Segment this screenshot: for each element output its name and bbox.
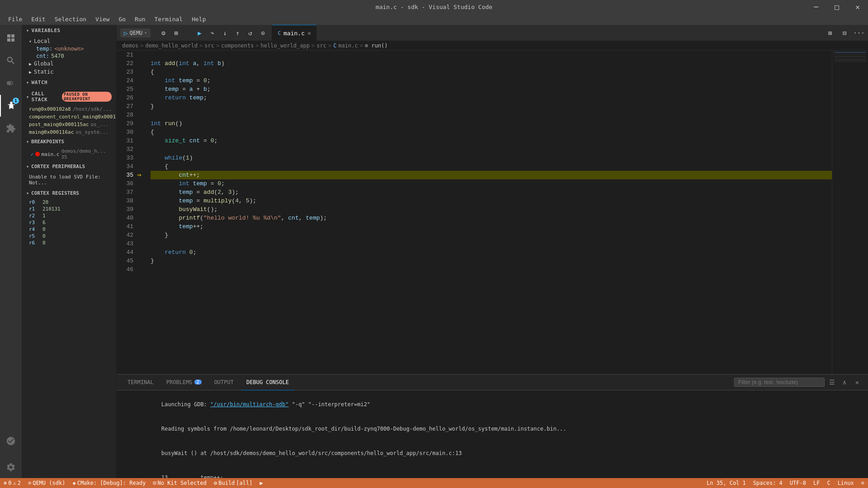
status-cmake[interactable]: ◈ CMake: [Debug]: Ready (69, 478, 149, 488)
watch-header[interactable]: ▾ WATCH (22, 77, 116, 88)
bc-demos[interactable]: demos (122, 42, 138, 49)
bc-src2[interactable]: src (316, 42, 326, 49)
menu-help[interactable]: Help (188, 15, 209, 23)
breakpoint-item[interactable]: ✓ main.c demos/demo_h... 35 (22, 147, 116, 161)
static-header[interactable]: ▶ Static (22, 68, 116, 76)
layout-icon[interactable]: ⊞ (825, 28, 835, 38)
debug-step-over[interactable]: ↷ (207, 28, 217, 38)
more-actions-icon[interactable]: ··· (854, 28, 864, 38)
debug-settings[interactable]: ⚙ (158, 28, 169, 38)
tab-output[interactable]: OUTPUT (209, 375, 239, 390)
status-qemu[interactable]: ⊙ QEMU (sdk) (24, 478, 69, 488)
menu-view[interactable]: View (92, 15, 113, 23)
reg-r5[interactable]: r50 (22, 233, 116, 239)
reg-r1[interactable]: r1210131 (22, 206, 116, 212)
menu-file[interactable]: File (5, 15, 26, 23)
menu-terminal[interactable]: Terminal (151, 15, 187, 23)
maximize-button[interactable]: □ (826, 0, 847, 14)
bp-chevron: ▾ (26, 139, 29, 144)
split-editor-icon[interactable]: ⊟ (839, 28, 850, 38)
menu-run[interactable]: Run (131, 15, 149, 23)
tab-mainc[interactable]: C main.c ✕ (272, 25, 316, 41)
qemu-selector[interactable]: ▷ QEMU ▾ (120, 28, 151, 38)
activity-search[interactable] (0, 50, 22, 71)
callstack-item-3[interactable]: main@0x000116ac os_syste... (22, 128, 116, 136)
call-stack-header[interactable]: ▾ CALL STACK PAUSED ON BREAKPOINT (22, 88, 116, 105)
bc-c-icon[interactable]: C (333, 42, 336, 49)
bc-mainc[interactable]: main.c (338, 42, 358, 49)
cortex-peripherals-header[interactable]: ▾ CORTEX PERIPHERALS (22, 161, 116, 172)
status-spaces[interactable]: Spaces: 4 (750, 478, 786, 488)
reg-r3[interactable]: r36 (22, 219, 116, 226)
callstack-item-0[interactable]: run@0x000102a8 /host/sdk/... (22, 105, 116, 113)
panel-list-view-icon[interactable]: ☰ (826, 377, 837, 388)
activity-debug[interactable]: 1 (0, 95, 22, 117)
global-header[interactable]: ▶ Global (22, 60, 116, 68)
debug-stop[interactable]: ⊙ (257, 28, 268, 38)
status-language[interactable]: C (823, 478, 834, 488)
callstack-item-2[interactable]: post_main@0x000115ac os_... (22, 121, 116, 128)
minimize-button[interactable]: ─ (806, 0, 826, 14)
call-stack-section: ▾ CALL STACK PAUSED ON BREAKPOINT run@0x… (22, 88, 116, 136)
status-encoding[interactable]: UTF-8 (786, 478, 810, 488)
status-no-kit[interactable]: ⊡ No Kit Selected (149, 478, 210, 488)
status-run[interactable]: ▶ (256, 478, 266, 488)
bc-demo_hello_world[interactable]: demo_hello_world (145, 42, 198, 49)
panel-collapse-icon[interactable]: ∧ (839, 377, 850, 388)
reg-r0[interactable]: r020 (22, 199, 116, 206)
console-line-3: busyWait () at /host/sdk/demos/demo_hell… (122, 441, 863, 465)
status-errors[interactable]: ⊗ 0 ⚠ 2 (0, 478, 24, 488)
tab-close-icon[interactable]: ✕ (307, 29, 311, 37)
bc-components[interactable]: components (221, 42, 254, 49)
status-line-ending[interactable]: LF (810, 478, 823, 488)
warning-count: 2 (18, 480, 21, 486)
debug-config[interactable]: ⊞ (170, 28, 181, 38)
code-content[interactable]: int add(int a, int b) { int temp = 0; te… (146, 51, 832, 374)
variables-header[interactable]: ▾ VARIABLES (22, 25, 116, 36)
status-ln-col[interactable]: Ln 35, Col 1 (703, 478, 750, 488)
var-temp[interactable]: temp: <unknown> (22, 45, 116, 52)
code-line-44: return 0; (151, 248, 832, 257)
code-editor[interactable]: 21 22 23 24 25 26 27 28 29 30 31 32 33 3… (117, 51, 868, 374)
activity-explorer[interactable] (0, 27, 22, 49)
activity-settings[interactable] (0, 456, 22, 478)
global-label: Global (34, 61, 53, 67)
breakpoints-header[interactable]: ▾ BREAKPOINTS (22, 136, 116, 147)
top-bar: ▷ QEMU ▾ ⚙ ⊞ ▶ ↷ ↓ ↑ ↺ ⊙ C (117, 25, 868, 41)
bc-src1[interactable]: src (204, 42, 214, 49)
panel-close-icon[interactable]: ✕ (852, 377, 863, 388)
tab-debug-console[interactable]: DEBUG CONSOLE (241, 375, 294, 390)
console-filter-input[interactable] (734, 378, 825, 387)
callstack-item-1[interactable]: component_control_main@0x00011 (22, 113, 116, 121)
status-os[interactable]: Linux (834, 478, 858, 488)
callstack-chevron: ▾ (26, 94, 29, 99)
bc-run[interactable]: ⊙ run() (365, 42, 388, 49)
activity-remote[interactable] (0, 430, 22, 452)
debug-continue[interactable]: ▶ (194, 28, 205, 38)
var-cnt[interactable]: cnt: 5470 (22, 52, 116, 60)
tab-problems[interactable]: PROBLEMS2 (161, 375, 207, 390)
build-label: Build (218, 480, 235, 486)
tab-terminal[interactable]: TERMINAL (122, 375, 159, 390)
bc-hello_world_app[interactable]: hello_world_app (261, 42, 310, 49)
reg-r2[interactable]: r21 (22, 212, 116, 219)
activity-source-control[interactable] (0, 72, 22, 94)
status-remote-icon[interactable]: ⊙ (858, 478, 868, 488)
code-line-29: int run() (151, 119, 832, 128)
local-header[interactable]: ▾ Local (22, 37, 116, 45)
cortex-registers-header[interactable]: ▾ CORTEX REGISTERS (22, 188, 116, 199)
reg-r4[interactable]: r40 (22, 226, 116, 233)
activity-extensions[interactable] (0, 117, 22, 139)
status-build[interactable]: ⚙ Build [all] (210, 478, 256, 488)
debug-restart[interactable]: ↺ (245, 28, 255, 38)
reg-r6[interactable]: r60 (22, 239, 116, 246)
close-button[interactable]: ✕ (847, 0, 868, 14)
code-line-30: { (151, 128, 832, 136)
kit-icon: ⊡ (153, 480, 156, 486)
menu-go[interactable]: Go (115, 15, 129, 23)
panel-area: TERMINAL PROBLEMS2 OUTPUT DEBUG CONSOLE … (117, 374, 868, 478)
debug-step-out[interactable]: ↑ (232, 28, 243, 38)
menu-selection[interactable]: Selection (51, 15, 90, 23)
debug-step-into[interactable]: ↓ (219, 28, 230, 38)
menu-edit[interactable]: Edit (28, 15, 49, 23)
